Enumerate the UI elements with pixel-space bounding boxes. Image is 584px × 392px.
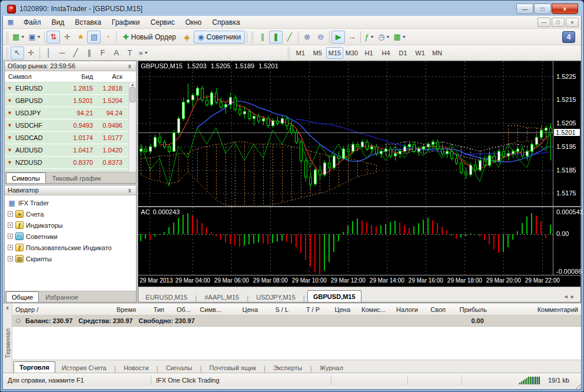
- navigator-item-2[interactable]: +◠Советники: [6, 231, 135, 242]
- autoscroll-button[interactable]: ▶: [331, 31, 345, 44]
- notifications-badge[interactable]: 4: [562, 31, 575, 43]
- expand-icon[interactable]: +: [8, 234, 13, 239]
- timeframe-button-mn[interactable]: MN: [429, 47, 446, 59]
- navigator-item-1[interactable]: +ƒИндикаторы: [6, 220, 135, 231]
- market-watch-row[interactable]: ▼AUDUSD1.04171.0420: [5, 144, 136, 157]
- market-watch-column-header[interactable]: Бид: [64, 73, 97, 80]
- terminal-tab-3[interactable]: Сигналы: [161, 363, 198, 373]
- market-watch-row[interactable]: ▼GBPUSD1.52011.5204: [5, 95, 136, 107]
- periods-button[interactable]: ◷▼: [376, 31, 391, 44]
- ac-indicator-canvas[interactable]: [138, 207, 555, 276]
- terminal-column-7[interactable]: T / P: [291, 306, 323, 313]
- terminal-column-2[interactable]: Тип: [139, 306, 167, 313]
- price-chart-canvas[interactable]: [138, 61, 555, 206]
- expand-icon[interactable]: +: [8, 222, 13, 228]
- menu-item-0[interactable]: Файл: [18, 17, 47, 28]
- terminal-column-9[interactable]: Комис...: [353, 306, 389, 313]
- terminal-toggle[interactable]: ▤: [87, 31, 101, 44]
- navigator-item-3[interactable]: +ƒПользовательские Индикато: [6, 242, 135, 253]
- menu-item-6[interactable]: Справка: [207, 17, 245, 28]
- navigator-tab-1[interactable]: Избранное: [40, 293, 84, 302]
- terminal-tab-6[interactable]: Журнал: [314, 363, 349, 373]
- toolbar-grip[interactable]: [251, 31, 254, 43]
- terminal-tab-2[interactable]: Новости: [118, 363, 154, 373]
- title-bar[interactable]: * 1020890: InstaTrader - [GBPUSD,M15] — …: [2, 1, 582, 16]
- chart-tab-1[interactable]: #AAPL,M15: [199, 293, 244, 302]
- menu-item-1[interactable]: Вид: [47, 17, 70, 28]
- zoom-out-button[interactable]: ⊖: [314, 31, 327, 44]
- close-icon[interactable]: x: [126, 63, 133, 69]
- new-chart-button[interactable]: ▦▼: [11, 31, 26, 44]
- terminal-column-1[interactable]: Время: [83, 306, 139, 313]
- mdi-restore-button[interactable]: □: [552, 18, 565, 27]
- main-chart-pane[interactable]: GBPUSD,M151.52031.52051.51891.5201 1.522…: [138, 61, 580, 206]
- chart-tab-2[interactable]: USDJPY,M15: [251, 293, 300, 302]
- market-watch-tab-0[interactable]: Символы: [6, 172, 46, 183]
- ac-indicator-pane[interactable]: AC0.000243 0.0005410.00-0.00086: [138, 206, 580, 275]
- fibonacci-button[interactable]: F: [96, 46, 110, 59]
- toolbar-grip[interactable]: [6, 31, 9, 43]
- mdi-close-button[interactable]: ×: [566, 18, 579, 27]
- terminal-column-8[interactable]: Цена: [323, 306, 353, 313]
- timeframe-button-w1[interactable]: W1: [412, 47, 429, 59]
- expand-icon[interactable]: +: [8, 245, 13, 250]
- expand-icon[interactable]: +: [8, 256, 13, 261]
- profiles-button[interactable]: ▣▼: [26, 31, 42, 44]
- arrows-tool-button[interactable]: »▼: [137, 46, 150, 59]
- terminal-column-4[interactable]: Симв...: [194, 306, 224, 313]
- terminal-tab-1[interactable]: История Счета: [57, 363, 112, 373]
- crosshair-tool-button[interactable]: ✛: [24, 46, 38, 59]
- terminal-tab-0[interactable]: Торговля: [14, 361, 55, 373]
- restore-button[interactable]: □: [534, 4, 551, 14]
- new-order-button[interactable]: ✚Новый Ордер: [118, 31, 180, 44]
- timeframe-button-h4[interactable]: H4: [377, 47, 394, 59]
- market-watch-toggle[interactable]: ⇅: [47, 31, 60, 44]
- timeframe-button-h1[interactable]: H1: [360, 47, 377, 59]
- line-chart-button[interactable]: ╱: [283, 31, 296, 44]
- timeframe-button-d1[interactable]: D1: [394, 47, 412, 59]
- close-button[interactable]: ×: [552, 4, 578, 14]
- toolbar-grip[interactable]: [287, 47, 290, 59]
- terminal-column-13[interactable]: Комментарий: [490, 306, 581, 313]
- market-watch-row[interactable]: ▼NZDUSD0.83700.8373: [5, 157, 136, 169]
- terminal-column-0[interactable]: Ордер /: [12, 306, 83, 313]
- vertical-line-button[interactable]: │: [42, 46, 55, 59]
- navigator-tab-0[interactable]: Общие: [6, 291, 39, 302]
- strategy-tester-button[interactable]: ◔: [101, 31, 114, 44]
- zoom-in-button[interactable]: ⊕: [300, 31, 314, 44]
- terminal-tab-5[interactable]: Эксперты: [268, 363, 307, 373]
- indicators-button[interactable]: ƒ▼: [363, 31, 376, 44]
- channel-button[interactable]: ∥: [82, 46, 96, 59]
- navigator-item-0[interactable]: +●Счета: [6, 208, 135, 220]
- navigator-item-4[interactable]: +▤Скрипты: [6, 253, 135, 264]
- bar-chart-button[interactable]: ∥: [256, 31, 269, 44]
- mdi-minimize-button[interactable]: —: [537, 18, 550, 27]
- timeframe-button-m30[interactable]: M30: [343, 47, 360, 59]
- timeframe-button-m15[interactable]: M15: [326, 47, 343, 59]
- terminal-tab-4[interactable]: Почтовый ящик: [204, 363, 261, 373]
- time-axis[interactable]: 29 Mar 201329 Mar 04:0029 Mar 06:0029 Ma…: [138, 275, 580, 287]
- market-watch-row[interactable]: ▼USDCAD1.01741.0177: [5, 132, 136, 144]
- tab-scroll-arrows[interactable]: ◄ ►: [560, 291, 579, 302]
- ac-axis[interactable]: 0.0005410.00-0.00086: [553, 207, 580, 275]
- price-axis[interactable]: 1.52251.52151.52051.51951.51851.51751.52…: [553, 61, 580, 206]
- market-watch-row[interactable]: ▼USDJPY94.2194.24: [5, 107, 136, 119]
- chart-tab-3[interactable]: GBPUSD,M15: [307, 290, 361, 302]
- menu-item-5[interactable]: Окно: [180, 17, 207, 28]
- data-window-button[interactable]: ✛: [60, 31, 74, 44]
- horizontal-line-button[interactable]: ─: [55, 46, 69, 59]
- candlestick-button[interactable]: ❚: [269, 31, 283, 44]
- expand-icon[interactable]: +: [8, 211, 13, 217]
- terminal-column-10[interactable]: Налоги: [389, 306, 421, 313]
- label-tool-button[interactable]: T: [123, 46, 137, 59]
- menu-item-3[interactable]: Графики: [107, 17, 145, 28]
- timeframe-button-m1[interactable]: M1: [292, 47, 309, 59]
- market-watch-column-header[interactable]: Символ: [5, 73, 64, 80]
- advisors-button[interactable]: ◉Советники: [194, 31, 245, 44]
- terminal-close-icon[interactable]: x: [4, 304, 11, 312]
- chart-shift-button[interactable]: →: [345, 31, 359, 44]
- market-watch-row[interactable]: ▼USDCHF0.94930.9496: [5, 119, 136, 132]
- terminal-column-11[interactable]: Своп: [421, 306, 449, 313]
- market-watch-column-header[interactable]: Аск: [97, 73, 126, 80]
- navigator-toggle[interactable]: ★: [74, 31, 87, 44]
